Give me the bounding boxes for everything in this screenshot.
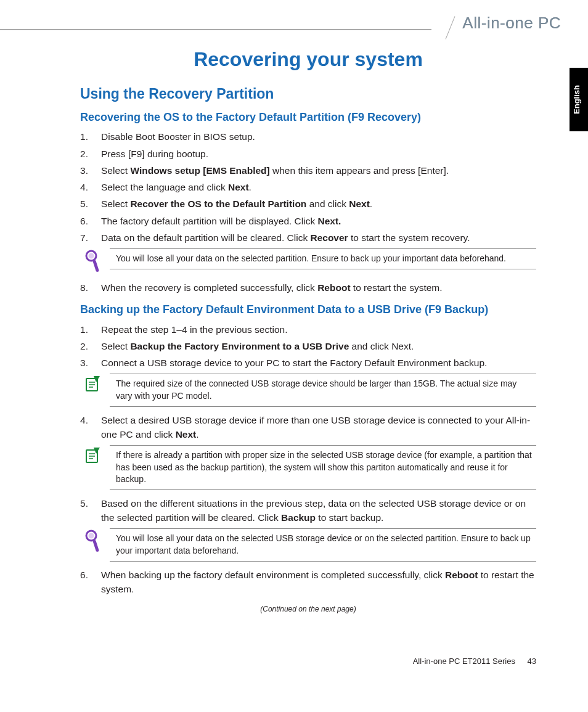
list-item: Select Backup the Factory Environment to… <box>80 339 536 353</box>
step-text: to restart the system. <box>351 282 443 293</box>
step-bold: Recover the OS to the Default Partition <box>130 198 306 209</box>
steps-list-2d: When backing up the factory default envi… <box>80 568 536 597</box>
step-text: and click Next. <box>349 341 414 351</box>
list-item: Repeat the step 1–4 in the previous sect… <box>80 322 536 337</box>
steps-list-1: Disable Boot Booster in BIOS setup. Pres… <box>80 129 536 245</box>
step-text: Select <box>101 341 130 351</box>
step-text: . <box>196 429 198 440</box>
list-item: Select the language and click Next. <box>80 180 536 194</box>
list-item: Based on the different situations in the… <box>80 496 536 525</box>
note-text: If there is already a partition with pro… <box>110 445 536 490</box>
note-text: The required size of the connected USB s… <box>110 374 536 406</box>
step-bold: Next <box>176 429 197 440</box>
step-text: Disable Boot Booster in BIOS setup. <box>101 131 255 142</box>
step-text: Select a desired USB storage device if m… <box>101 415 530 440</box>
step-text: When backing up the factory default envi… <box>101 570 445 580</box>
step-text: Select <box>101 198 130 209</box>
svg-rect-13 <box>92 539 99 552</box>
magnifier-icon <box>80 248 105 274</box>
warning-box: You will lose all your data on the selec… <box>80 248 536 274</box>
subsection-title-1: Recovering the OS to the Factory Default… <box>80 110 536 125</box>
step-text: When the recovery is completed successfu… <box>101 282 317 293</box>
steps-list-2b: Select a desired USB storage device if m… <box>80 413 536 442</box>
step-text: when this item appears and press [Enter]… <box>270 165 449 176</box>
section-title: Using the Recovery Partition <box>80 86 536 102</box>
list-item: When backing up the factory default envi… <box>80 568 536 597</box>
step-text: to start backup. <box>316 512 383 523</box>
header-rule <box>0 29 431 30</box>
svg-point-1 <box>89 253 94 259</box>
step-bold: Reboot <box>317 282 350 293</box>
step-text: Repeat the step 1–4 in the previous sect… <box>101 324 287 335</box>
note-box: The required size of the connected USB s… <box>80 374 536 406</box>
step-text: Connect a USB storage device to your PC … <box>101 358 487 368</box>
warning-text: You will lose all your data on the selec… <box>110 248 536 269</box>
list-item: Select Recover the OS to the Default Par… <box>80 197 536 211</box>
warning-text: You will lose all your data on the selec… <box>110 528 536 561</box>
list-item: The factory default partition will be di… <box>80 214 536 228</box>
step-text: Data on the default partition will be cl… <box>101 232 310 243</box>
steps-list-1b: When the recovery is completed successfu… <box>80 280 536 295</box>
step-bold: Next <box>228 182 249 192</box>
step-text: . <box>249 182 251 192</box>
language-tab: English <box>570 68 588 131</box>
list-item: Select a desired USB storage device if m… <box>80 413 536 442</box>
step-text: Select the language and click <box>101 182 228 192</box>
list-item: When the recovery is completed successfu… <box>80 280 536 295</box>
continued-note: (Continued on the next page) <box>80 605 536 613</box>
list-item: Data on the default partition will be cl… <box>80 231 536 245</box>
page-content: Recovering your system Using the Recover… <box>0 0 588 638</box>
svg-rect-2 <box>92 260 99 272</box>
step-bold: Backup the Factory Environment to a USB … <box>130 341 349 351</box>
step-text: and click <box>306 198 349 209</box>
step-text: Select <box>101 165 130 176</box>
list-item: Connect a USB storage device to your PC … <box>80 356 536 370</box>
note-box: If there is already a partition with pro… <box>80 445 536 490</box>
step-bold: Recover <box>310 232 348 243</box>
brand-title: All-in-one PC <box>462 14 561 33</box>
step-text: Press [F9] during bootup. <box>101 149 208 159</box>
step-bold: Next <box>349 198 370 209</box>
step-bold: Next. <box>318 216 341 226</box>
subsection-title-2: Backing up the Factory Default Environme… <box>80 302 536 317</box>
footer-model: All-in-one PC ET2011 Series <box>413 657 515 666</box>
step-text: . <box>370 198 372 209</box>
page-footer: All-in-one PC ET2011 Series 43 <box>0 657 588 666</box>
note-icon <box>80 445 105 465</box>
step-bold: Reboot <box>445 570 478 580</box>
steps-list-2c: Based on the different situations in the… <box>80 496 536 525</box>
note-icon <box>80 374 105 393</box>
step-bold: Backup <box>281 512 316 523</box>
steps-list-2: Repeat the step 1–4 in the previous sect… <box>80 322 536 370</box>
warning-box: You will lose all your data on the selec… <box>80 528 536 561</box>
list-item: Select Windows setup [EMS Enabled] when … <box>80 163 536 178</box>
step-text: The factory default partition will be di… <box>101 216 318 226</box>
chapter-title: Recovering your system <box>80 48 536 71</box>
list-item: Press [F9] during bootup. <box>80 147 536 161</box>
step-bold: Windows setup [EMS Enabled] <box>130 165 269 176</box>
svg-point-12 <box>89 533 94 539</box>
list-item: Disable Boot Booster in BIOS setup. <box>80 129 536 144</box>
magnifier-icon <box>80 528 105 554</box>
page-number: 43 <box>528 657 536 666</box>
step-text: to start the system recovery. <box>348 232 470 243</box>
